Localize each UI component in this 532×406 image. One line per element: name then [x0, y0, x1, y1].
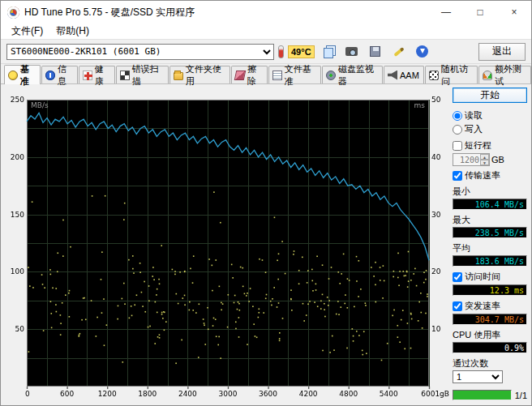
info-icon	[45, 71, 55, 80]
drive-select[interactable]: ST6000NE000-2KR101 (6001 GB)	[6, 44, 274, 60]
short-stroke-field: ▲ ▼ GB	[453, 153, 527, 166]
write-label: 写入	[465, 123, 483, 135]
window-title: HD Tune Pro 5.75 - 硬盘/SSD 实用程序	[24, 6, 195, 19]
copy-button[interactable]	[319, 43, 338, 61]
tab-label: AAM	[400, 71, 419, 80]
close-button[interactable]: ×	[497, 1, 531, 24]
main-content: 开始 读取 写入 短行程 ▲ ▼ GB	[1, 84, 531, 405]
max-label: 最大	[453, 214, 527, 226]
app-icon	[7, 6, 19, 19]
title-bar[interactable]: HD Tune Pro 5.75 - 硬盘/SSD 实用程序 — □ ×	[1, 1, 531, 24]
tab-error-scan[interactable]: 错误扫描	[116, 66, 169, 83]
temperature-value: 49°C	[288, 45, 315, 58]
write-radio-row[interactable]: 写入	[453, 123, 527, 135]
burst-rate-row[interactable]: 突发速率	[453, 300, 527, 312]
spin-up-icon[interactable]: ▲	[480, 154, 489, 160]
menu-file[interactable]: 文件(F)	[6, 24, 49, 39]
short-stroke-unit: GB	[491, 155, 504, 165]
error-scan-icon	[120, 71, 130, 80]
tab-label: 信息	[58, 63, 73, 88]
read-label: 读取	[465, 109, 483, 122]
pass-count-select[interactable]: 1	[453, 370, 503, 383]
chart-area	[6, 88, 450, 400]
tab-label: 擦除	[247, 63, 263, 88]
progress-fill	[453, 391, 511, 400]
menu-bar: 文件(F) 帮助(H)	[1, 24, 531, 40]
tab-health[interactable]: 健康	[79, 66, 115, 83]
min-value: 106.4 MB/s	[453, 199, 527, 210]
avg-label: 平均	[453, 242, 527, 254]
tab-erase[interactable]: 擦除	[231, 66, 268, 83]
read-radio[interactable]	[453, 111, 462, 121]
annotate-button[interactable]	[389, 43, 409, 61]
min-label: 最小	[453, 186, 527, 198]
read-radio-row[interactable]: 读取	[453, 109, 527, 122]
tab-label: 随机访问	[441, 63, 473, 88]
tab-label: 文件夹使用	[186, 63, 225, 88]
random-access-icon	[429, 71, 439, 80]
burst-rate-label: 突发速率	[465, 300, 500, 312]
toolbar: ST6000NE000-2KR101 (6001 GB) 49°C 退出	[1, 40, 531, 64]
tab-file-benchmark[interactable]: 文件基准	[268, 66, 321, 83]
health-icon	[83, 71, 92, 80]
access-time-label: 访问时间	[465, 271, 500, 283]
short-stroke-checkbox[interactable]	[453, 141, 462, 151]
progress-text: 1/1	[515, 391, 527, 400]
max-value: 238.5 MB/s	[453, 227, 527, 238]
tab-benchmark[interactable]: 基准	[4, 65, 41, 84]
tab-random-access[interactable]: 随机访问	[425, 66, 478, 83]
tab-extra-tests[interactable]: 额外测试	[478, 66, 531, 83]
cpu-usage-label: CPU 使用率	[453, 329, 527, 341]
camera-icon	[345, 47, 358, 56]
tab-label: 磁盘监视器	[338, 63, 378, 88]
benchmark-chart	[6, 88, 450, 400]
tab-label: 错误扫描	[132, 63, 164, 88]
cpu-value: 0.9%	[453, 342, 527, 353]
folder-usage-icon	[174, 72, 183, 80]
burst-rate-checkbox[interactable]	[453, 301, 462, 311]
access-time-checkbox[interactable]	[453, 272, 462, 282]
tab-info[interactable]: 信息	[41, 66, 78, 83]
short-stroke-spinner[interactable]: ▲ ▼	[480, 154, 489, 165]
start-button[interactable]: 开始	[453, 88, 527, 103]
exit-button[interactable]: 退出	[478, 43, 526, 61]
aam-icon	[388, 71, 397, 80]
extra-tests-icon	[483, 71, 492, 80]
download-icon	[416, 45, 428, 58]
screenshot-button[interactable]	[342, 43, 362, 61]
file-benchmark-icon	[272, 71, 282, 80]
control-panel: 开始 读取 写入 短行程 ▲ ▼ GB	[453, 88, 527, 400]
pen-icon	[393, 46, 404, 56]
save-button[interactable]	[366, 43, 385, 61]
access-value: 12.3 ms	[453, 284, 527, 296]
short-stroke-row[interactable]: 短行程	[453, 139, 527, 152]
write-radio[interactable]	[453, 125, 462, 135]
transfer-rate-label: 传输速率	[465, 169, 500, 182]
minimize-button[interactable]: —	[429, 1, 463, 24]
burst-value: 304.7 MB/s	[453, 314, 527, 325]
progress-row: 1/1	[453, 390, 527, 400]
copy-icon	[324, 48, 333, 58]
disk-monitor-icon	[326, 71, 336, 80]
tab-label: 额外测试	[495, 63, 526, 88]
transfer-rate-checkbox[interactable]	[453, 171, 462, 181]
access-time-row[interactable]: 访问时间	[453, 271, 527, 283]
tab-label: 健康	[95, 63, 110, 88]
disk-icon	[370, 46, 380, 57]
tab-aam[interactable]: AAM	[384, 66, 424, 83]
benchmark-icon	[8, 71, 18, 80]
transfer-rate-row[interactable]: 传输速率	[453, 169, 527, 182]
tab-disk-monitor[interactable]: 磁盘监视器	[322, 66, 383, 83]
spin-down-icon[interactable]: ▼	[480, 160, 489, 165]
window-controls: — □ ×	[429, 1, 531, 24]
update-button[interactable]	[413, 43, 432, 61]
erase-icon	[234, 71, 247, 80]
menu-help[interactable]: 帮助(H)	[50, 24, 95, 39]
app-window: HD Tune Pro 5.75 - 硬盘/SSD 实用程序 — □ × 文件(…	[0, 0, 532, 406]
thermometer-icon	[278, 45, 284, 58]
tab-label: 基准	[20, 63, 36, 88]
pass-count-label: 通过次数	[453, 357, 527, 370]
maximize-button[interactable]: □	[463, 1, 497, 24]
progress-bar	[453, 390, 512, 400]
tab-folder-usage[interactable]: 文件夹使用	[169, 66, 230, 83]
